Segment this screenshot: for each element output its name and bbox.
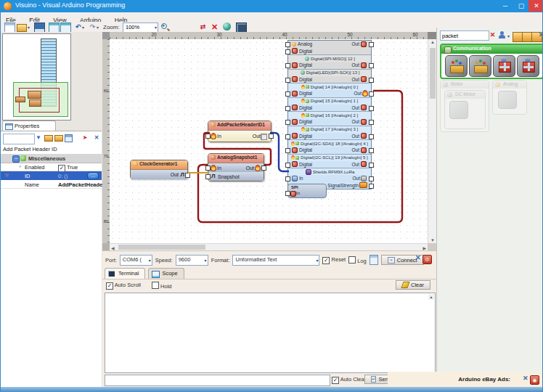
board-channel-header[interactable]: Digital[ 17 ]/AnalogIn[ 3 ] [288, 126, 371, 133]
dropdown-icon[interactable]: ▾ [149, 258, 151, 263]
serial-settings-icon[interactable]: ✕ [415, 254, 421, 261]
send-input[interactable] [105, 375, 330, 386]
id-edit-button[interactable]: … [87, 172, 99, 180]
layout-left-icon[interactable] [49, 23, 60, 33]
collapse-all-icon[interactable] [54, 135, 63, 142]
in-pin[interactable] [205, 166, 211, 171]
board-pin-row[interactable]: DigitalOut [288, 105, 371, 112]
clear-filter-icon[interactable]: ✕ [488, 30, 497, 39]
web-help-icon[interactable] [223, 23, 231, 30]
collapse-group-icon[interactable]: − [12, 155, 20, 163]
palette-item-packet-1[interactable] [493, 55, 515, 77]
ads-settings-icon[interactable]: ✕ [523, 375, 528, 382]
palette-settings-icon[interactable]: ✕ [538, 30, 543, 39]
reset-checkbox[interactable]: ✓ [322, 257, 330, 264]
lora-header[interactable]: Shields.RFM9X.LoRa [288, 168, 371, 175]
board-pin-row[interactable]: DigitalOut [288, 133, 371, 140]
log-file-icon[interactable] [370, 255, 378, 265]
port-combobox[interactable]: COM6 (▾ [120, 255, 152, 266]
undo-dropdown-icon[interactable]: ▾ [82, 25, 84, 30]
scroll-thumb[interactable] [430, 48, 436, 99]
lora-pin-row[interactable]: InOut [288, 175, 371, 182]
user-filter-dropdown-icon[interactable]: ▾ [507, 33, 510, 38]
expand-all-icon[interactable] [44, 135, 53, 142]
ads-close-icon[interactable]: ◉ [530, 375, 539, 385]
palette-item-packet-2[interactable] [517, 55, 539, 77]
spi-in-pin[interactable] [285, 191, 290, 196]
user-filter-icon[interactable] [498, 30, 507, 39]
clear-button[interactable]: Clear [396, 280, 430, 290]
filter-icon[interactable]: ▼ [34, 134, 43, 142]
open-dropdown-icon[interactable]: ▾ [28, 25, 30, 30]
zoom-in-icon[interactable]: + [160, 23, 170, 31]
category-communication[interactable]: Communication [440, 44, 543, 79]
in-pin[interactable] [205, 134, 211, 139]
save-icon[interactable] [34, 23, 45, 33]
properties-search-input[interactable] [3, 134, 35, 144]
clock-out-pin[interactable] [185, 173, 190, 178]
board-channel-header[interactable]: Digital[ 16 ]/AnalogIn[ 2 ] [288, 111, 371, 118]
property-row-name[interactable]: Name AddPacketHeade... [1, 180, 102, 189]
board-pin-row[interactable]: DigitalOut [288, 118, 371, 126]
tab-terminal[interactable]: Terminal [105, 268, 145, 279]
close-button[interactable]: ✕ [528, 0, 543, 12]
output-scroll-up-icon[interactable]: ▲ [428, 294, 434, 300]
board-pin-row[interactable]: AnalogOut [288, 41, 371, 48]
out-pin[interactable] [261, 166, 266, 171]
board-channel-header[interactable]: Digital[ 14 ]/AnalogIn[ 0 ] [288, 83, 371, 90]
new-project-icon[interactable] [4, 23, 15, 33]
zoom-combobox[interactable]: 100% ▾ [123, 23, 158, 33]
palette-item-unpacket-2[interactable] [469, 55, 491, 77]
block-spi[interactable]: SPI In [287, 184, 327, 198]
board-channel-header[interactable]: Digital(I2C-SCL)[ 19 ]/AnalogIn[ 5 ] [288, 154, 371, 161]
zoom-dropdown-icon[interactable]: ▾ [155, 25, 157, 30]
block-analogsnapshot1[interactable]: AnalogSnapshot1 In Out Л Snapshot [208, 153, 264, 181]
block-clockgenerator1[interactable]: ClockGenerator1 Out Л [130, 160, 188, 179]
title-bar[interactable]: Visuino - Visual Arduino Programming ─ ▢… [1, 0, 543, 12]
block-header[interactable]: AnalogSnapshot1 [208, 154, 264, 163]
scroll-down-icon[interactable]: ▼ [430, 238, 435, 242]
format-combobox[interactable]: Unformatted Text▾ [232, 255, 319, 266]
autoclear-checkbox[interactable]: ✓ [332, 377, 339, 384]
minimize-button[interactable]: ─ [497, 0, 513, 12]
scroll-right-icon[interactable]: ▶ [422, 245, 426, 250]
out-pin[interactable] [269, 134, 274, 139]
block-header[interactable]: ClockGenerator1 [131, 160, 187, 170]
palette-item-unpacket-1[interactable] [445, 55, 468, 77]
scroll-up-icon[interactable]: ▲ [430, 40, 435, 44]
diagram-navigator[interactable] [2, 33, 71, 121]
dropdown-icon[interactable]: ▾ [316, 258, 318, 263]
scroll-thumb[interactable] [118, 245, 205, 250]
board-pin-row[interactable]: DigitalOut [288, 76, 371, 83]
redo-dropdown-icon[interactable]: ▾ [97, 25, 99, 30]
delete-icon[interactable]: ✕ [210, 23, 219, 31]
board-channel-header[interactable]: Digital(LED)(SPI-SCK)[ 13 ] [288, 69, 371, 76]
board-channel-header[interactable]: Digital(SPI-MISO)[ 12 ] [288, 54, 371, 62]
snapshot-pin[interactable] [205, 174, 211, 179]
terminal-output[interactable]: ▲ [105, 293, 436, 373]
autoscroll-checkbox[interactable]: ✓ [106, 282, 113, 290]
maximize-button[interactable]: ▢ [513, 0, 529, 12]
disconnect-icon[interactable]: ⏼ [422, 255, 432, 264]
board-channel-header[interactable]: Digital(I2C-SDA)[ 18 ]/AnalogIn[ 4 ] [288, 139, 371, 147]
open-project-icon[interactable] [17, 24, 27, 32]
board-pin-row[interactable]: DigitalOut [288, 147, 371, 154]
scroll-left-icon[interactable]: ◀ [111, 245, 115, 250]
board-channel-header[interactable]: Digital[ 15 ]/AnalogIn[ 1 ] [288, 97, 371, 105]
board-pin-row[interactable]: DigitalOut [288, 90, 371, 97]
board-pin-row[interactable]: DigitalOut [288, 62, 371, 69]
palette-search-input[interactable] [440, 30, 489, 41]
log-checkbox[interactable] [348, 256, 356, 264]
settings-tools-icon[interactable]: ✕ [92, 134, 101, 142]
block-addpacketheaderid1[interactable]: AddPacketHeaderID1 In Out [208, 121, 272, 142]
diagram-surface[interactable]: ClockGenerator1 Out Л AddPacketHeaderID1… [110, 39, 428, 243]
refresh-icon[interactable]: ⇄ [198, 23, 208, 31]
speed-combobox[interactable]: 9600▾ [176, 255, 208, 266]
category-header[interactable]: Communication [441, 45, 542, 54]
hold-checkbox[interactable] [152, 282, 159, 289]
board-select-icon[interactable] [236, 23, 247, 33]
organize-icon[interactable] [65, 134, 73, 142]
pin-icon[interactable]: ➤ [81, 134, 89, 142]
board-pin-row[interactable]: DigitalOut [288, 161, 371, 168]
arduino-board[interactable]: AnalogOutDigitalDigital(SPI-MISO)[ 12 ]D… [287, 40, 372, 189]
